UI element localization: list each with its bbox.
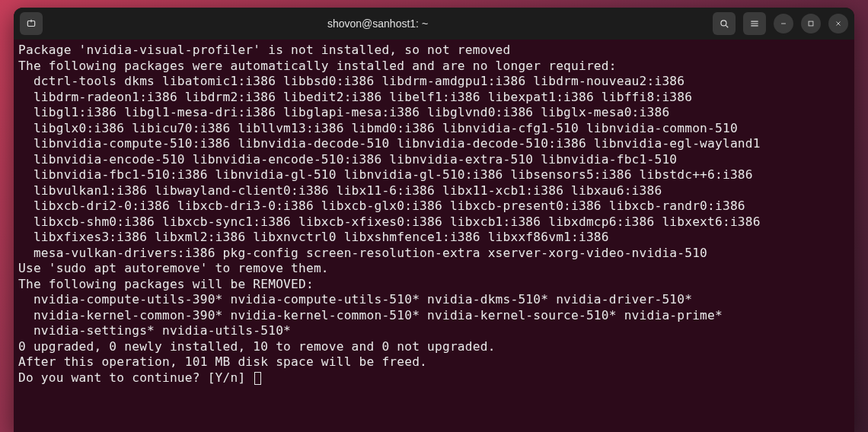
maximize-button[interactable] (801, 14, 821, 33)
terminal-line: libxcb-dri2-0:i386 libxcb-dri3-0:i386 li… (18, 199, 850, 214)
terminal-window: shovon@sanhost1: ~ Package 'nvidia-visua… (14, 8, 854, 432)
terminal-line: mesa-vulkan-drivers:i386 pkg-config scre… (18, 246, 850, 262)
terminal-line: nvidia-settings* nvidia-utils-510* (18, 323, 850, 339)
terminal-line: libxcb-shm0:i386 libxcb-sync1:i386 libxc… (18, 214, 850, 230)
terminal-line: Use 'sudo apt autoremove' to remove them… (18, 261, 850, 277)
terminal-line: Do you want to continue? [Y/n] (18, 370, 850, 386)
window-title: shovon@sanhost1: ~ (43, 17, 713, 30)
terminal-line: Package 'nvidia-visual-profiler' is not … (18, 43, 850, 59)
svg-rect-9 (809, 21, 813, 26)
terminal-line: libnvidia-fbc1-510:i386 libnvidia-gl-510… (18, 167, 850, 183)
terminal-line: nvidia-compute-utils-390* nvidia-compute… (18, 292, 850, 308)
svg-point-3 (721, 21, 726, 26)
terminal-output[interactable]: Package 'nvidia-visual-profiler' is not … (14, 40, 854, 432)
terminal-line: The following packages will be REMOVED: (18, 277, 850, 293)
menu-button[interactable] (743, 12, 766, 35)
svg-line-4 (726, 25, 728, 27)
close-button[interactable] (828, 14, 848, 33)
terminal-line: nvidia-kernel-common-390* nvidia-kernel-… (18, 308, 850, 324)
cursor (254, 372, 261, 385)
terminal-line: After this operation, 101 MB disk space … (18, 354, 850, 370)
search-button[interactable] (713, 12, 736, 35)
terminal-line: libgl1:i386 libgl1-mesa-dri:i386 libglap… (18, 105, 850, 121)
terminal-line: libvulkan1:i386 libwayland-client0:i386 … (18, 183, 850, 199)
titlebar: shovon@sanhost1: ~ (14, 8, 854, 40)
terminal-line: libglx0:i386 libicu70:i386 libllvm13:i38… (18, 121, 850, 137)
terminal-line: libdrm-radeon1:i386 libdrm2:i386 libedit… (18, 90, 850, 106)
minimize-button[interactable] (774, 14, 793, 33)
terminal-line: libnvidia-compute-510:i386 libnvidia-dec… (18, 136, 850, 152)
terminal-line: dctrl-tools dkms libatomic1:i386 libbsd0… (18, 74, 850, 90)
terminal-line: libxfixes3:i386 libxml2:i386 libxnvctrl0… (18, 230, 850, 246)
new-tab-button[interactable] (20, 12, 43, 35)
terminal-line: 0 upgraded, 0 newly installed, 10 to rem… (18, 339, 850, 355)
terminal-line: libnvidia-encode-510 libnvidia-encode-51… (18, 152, 850, 168)
terminal-line: The following packages were automaticall… (18, 59, 850, 75)
